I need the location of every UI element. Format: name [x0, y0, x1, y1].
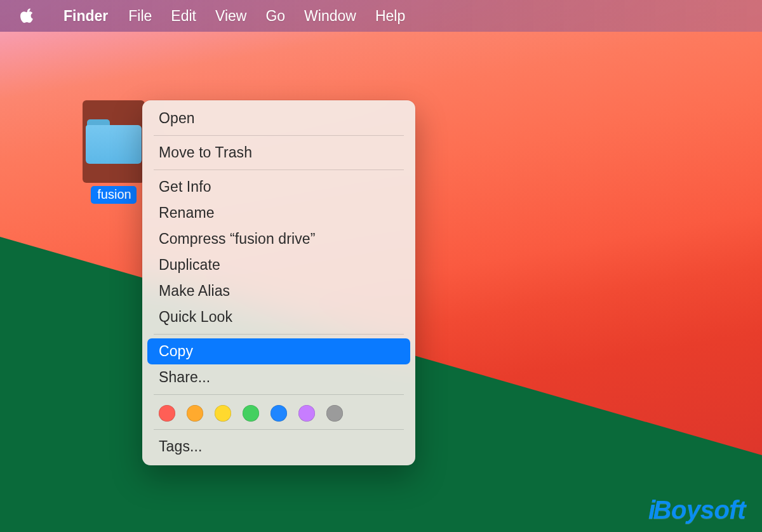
desktop-folder-label[interactable]: fusion — [91, 186, 136, 204]
menubar-item-view[interactable]: View — [215, 8, 246, 25]
menubar: Finder File Edit View Go Window Help — [0, 0, 762, 32]
context-menu-separator — [154, 394, 404, 395]
tag-dot-red[interactable] — [159, 405, 175, 422]
menubar-item-edit[interactable]: Edit — [171, 8, 196, 25]
context-menu-separator — [154, 334, 404, 335]
folder-selection-well — [83, 100, 145, 183]
folder-icon — [86, 119, 142, 164]
context-menu-tag-colors — [147, 399, 410, 425]
context-menu-item-duplicate[interactable]: Duplicate — [147, 252, 410, 278]
context-menu-item-compress[interactable]: Compress “fusion drive” — [147, 226, 410, 252]
context-menu-item-copy[interactable]: Copy — [147, 338, 410, 364]
tag-dot-green[interactable] — [243, 405, 259, 422]
tag-dot-yellow[interactable] — [215, 405, 231, 422]
menubar-item-go[interactable]: Go — [265, 8, 285, 25]
context-menu-item-move-to-trash[interactable]: Move to Trash — [147, 140, 410, 166]
context-menu-item-quick-look[interactable]: Quick Look — [147, 304, 410, 330]
context-menu-item-share[interactable]: Share... — [147, 364, 410, 390]
menubar-item-help[interactable]: Help — [375, 8, 405, 25]
context-menu-separator — [154, 170, 404, 170]
tag-dot-blue[interactable] — [271, 405, 287, 422]
context-menu-item-get-info[interactable]: Get Info — [147, 174, 410, 200]
watermark-iboysoft: iBoysoft — [648, 496, 745, 524]
menubar-item-window[interactable]: Window — [304, 8, 356, 25]
context-menu-item-tags[interactable]: Tags... — [147, 434, 410, 460]
context-menu: Open Move to Trash Get Info Rename Compr… — [142, 100, 415, 465]
menubar-item-file[interactable]: File — [128, 8, 152, 25]
context-menu-item-make-alias[interactable]: Make Alias — [147, 278, 410, 304]
desktop-folder-fusion-drive[interactable]: fusion — [83, 100, 145, 204]
menubar-app-name[interactable]: Finder — [64, 8, 108, 25]
tag-dot-purple[interactable] — [298, 405, 315, 422]
tag-dot-gray[interactable] — [326, 405, 343, 422]
context-menu-separator — [154, 135, 404, 136]
context-menu-separator — [154, 429, 404, 430]
apple-logo-icon[interactable] — [20, 7, 36, 25]
tag-dot-orange[interactable] — [187, 405, 203, 422]
context-menu-item-rename[interactable]: Rename — [147, 200, 410, 226]
context-menu-item-open[interactable]: Open — [147, 105, 410, 131]
